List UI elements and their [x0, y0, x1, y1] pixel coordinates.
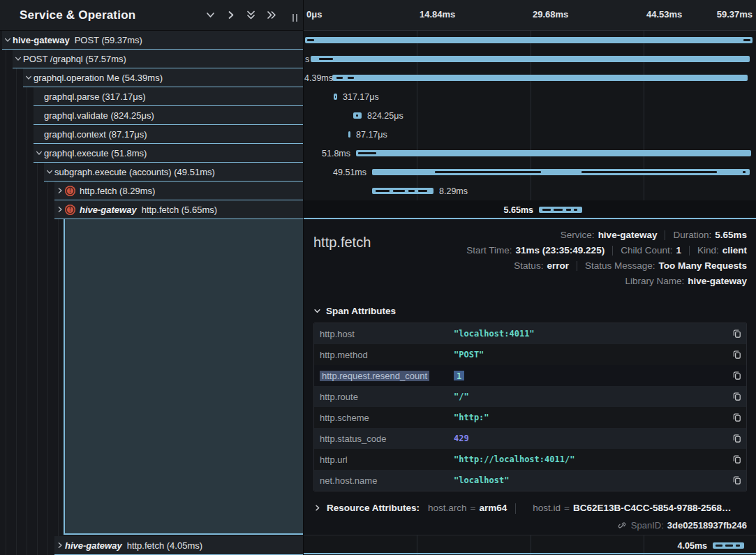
meta-label: Duration:: [673, 229, 711, 242]
timeline-row: 317.17μs: [304, 87, 756, 106]
span-tree-row[interactable]: POST /graphql (57.57ms): [13, 50, 303, 68]
span-operation-label: graphql.execute (51.8ms): [44, 148, 147, 158]
meta-value: error: [547, 260, 569, 272]
ruler-tick: 44.53ms: [646, 9, 682, 20]
span-operation-label: http.fetch (5.65ms): [142, 205, 217, 215]
chevron-right-icon[interactable]: [57, 206, 64, 213]
attribute-value: "/": [454, 392, 728, 401]
copy-value-button[interactable]: [728, 475, 746, 485]
span-duration-bar[interactable]: [713, 542, 744, 549]
child-span-marker: [319, 58, 333, 60]
span-id-label: SpanID:: [631, 520, 664, 531]
span-duration-bar[interactable]: [539, 207, 582, 213]
span-duration-bar[interactable]: [372, 169, 750, 175]
copy-icon: [732, 454, 742, 464]
span-service-name: hive-gateway: [80, 205, 137, 215]
resource-attributes-label: Resource Attributes:: [327, 503, 420, 513]
child-span-marker: [356, 114, 358, 117]
span-duration-bar[interactable]: [311, 56, 750, 62]
span-operation-label: POST /graphql (57.57ms): [23, 54, 126, 64]
chevron-down-icon[interactable]: [205, 10, 216, 20]
copy-icon: [732, 329, 742, 339]
chevron-down-icon[interactable]: [4, 36, 11, 43]
meta-value: client: [722, 244, 747, 257]
span-tree-row[interactable]: hive-gatewayPOST (59.37ms): [2, 31, 303, 50]
child-span-marker: [358, 152, 376, 154]
error-icon: !: [65, 205, 75, 215]
child-span-marker: [307, 39, 314, 41]
tree-panel-header: Service & Operation: [0, 0, 303, 31]
timeline-row: s: [304, 50, 756, 68]
meta-value: Too Many Requests: [658, 260, 747, 272]
meta-value: 5.65ms: [715, 229, 747, 242]
timeline-row: 824.25μs: [304, 106, 756, 125]
span-tree-row[interactable]: !http.fetch (8.29ms): [54, 182, 303, 200]
span-tree-row[interactable]: !hive-gatewayhttp.fetch (5.65ms): [54, 200, 303, 219]
copy-icon: [732, 475, 742, 485]
double-chevron-right-icon[interactable]: [266, 10, 276, 20]
chevron-down-icon[interactable]: [46, 168, 53, 175]
chevron-down-icon[interactable]: [25, 74, 32, 81]
span-duration-bar[interactable]: [334, 94, 337, 100]
chevron-down-icon: [313, 307, 321, 315]
attribute-value: "http:": [454, 413, 728, 422]
child-span-marker: [581, 171, 717, 173]
span-operation-label: subgraph.execute (accounts) (49.51ms): [54, 167, 215, 177]
child-span-marker: [393, 190, 405, 192]
child-span-marker: [336, 77, 343, 79]
resource-attributes-row[interactable]: Resource Attributes: host.arch=arm64host…: [313, 503, 747, 514]
copy-value-button[interactable]: [728, 454, 746, 464]
timeline-row: 8.29ms: [304, 182, 756, 200]
attribute-row: http.status_code429: [314, 428, 746, 449]
span-duration-bar[interactable]: [372, 188, 433, 194]
span-duration-bar[interactable]: [356, 150, 751, 156]
copy-value-button[interactable]: [728, 434, 746, 443]
panel-resize-handle[interactable]: [292, 14, 297, 22]
link-icon[interactable]: [617, 520, 627, 530]
meta-label: Child Count:: [621, 244, 672, 257]
span-id-value: 3de02518937fb246: [667, 520, 747, 531]
span-meta: Service:hive-gatewayDuration:5.65msStart…: [466, 229, 747, 288]
child-span-marker: [335, 96, 336, 98]
meta-value: 31ms (23:35:49.225): [516, 244, 605, 257]
chevron-down-icon[interactable]: [15, 55, 22, 62]
span-tree-row[interactable]: graphql.execute (51.8ms): [34, 144, 303, 163]
span-tree-row[interactable]: graphql.validate (824.25μs): [34, 106, 303, 125]
child-span-marker: [348, 77, 354, 79]
copy-value-button[interactable]: [728, 371, 746, 380]
copy-value-button[interactable]: [728, 413, 746, 422]
span-duration-label: 5.65ms: [504, 205, 533, 215]
span-duration-bar[interactable]: [332, 75, 748, 81]
ruler-tick: 0μs: [306, 9, 322, 20]
span-duration-bar[interactable]: [305, 37, 753, 43]
attribute-value: 1: [454, 371, 728, 380]
attribute-row: http.host"localhost:4011": [314, 323, 746, 344]
double-chevron-down-icon[interactable]: [246, 10, 256, 20]
span-tree-row[interactable]: graphql.context (87.17μs): [34, 125, 303, 144]
span-tree-row[interactable]: subgraph.execute (accounts) (49.51ms): [44, 163, 303, 182]
span-duration-bar[interactable]: [348, 131, 350, 138]
meta-label: Service:: [561, 229, 595, 242]
span-tree-row[interactable]: hive-gatewayhttp.fetch (4.05ms): [54, 536, 303, 555]
chevron-down-icon[interactable]: [36, 149, 43, 156]
span-duration-bar[interactable]: [353, 112, 362, 119]
meta-label: Kind:: [697, 244, 719, 257]
copy-value-button[interactable]: [728, 350, 746, 360]
attribute-key: http.method: [314, 350, 454, 360]
chevron-right-icon[interactable]: [57, 542, 64, 549]
copy-value-button[interactable]: [728, 392, 746, 401]
span-tree-row[interactable]: graphql.parse (317.17μs): [34, 87, 303, 106]
timeline-row: 87.17μs: [304, 125, 756, 144]
error-icon: !: [65, 186, 75, 196]
chevron-right-icon[interactable]: [225, 10, 236, 20]
copy-value-button[interactable]: [728, 329, 746, 339]
child-span-marker: [408, 190, 415, 192]
timeline-row: 4.39ms: [304, 68, 756, 87]
child-span-marker: [716, 545, 722, 547]
chevron-right-icon[interactable]: [57, 187, 64, 194]
span-tree-row[interactable]: graphql.operation Me (54.39ms): [23, 68, 303, 87]
child-span-marker: [725, 545, 733, 547]
timeline-row: 51.8ms: [304, 144, 756, 163]
span-attributes-header[interactable]: Span Attributes: [313, 306, 747, 316]
span-operation-label: http.fetch (8.29ms): [80, 186, 155, 196]
